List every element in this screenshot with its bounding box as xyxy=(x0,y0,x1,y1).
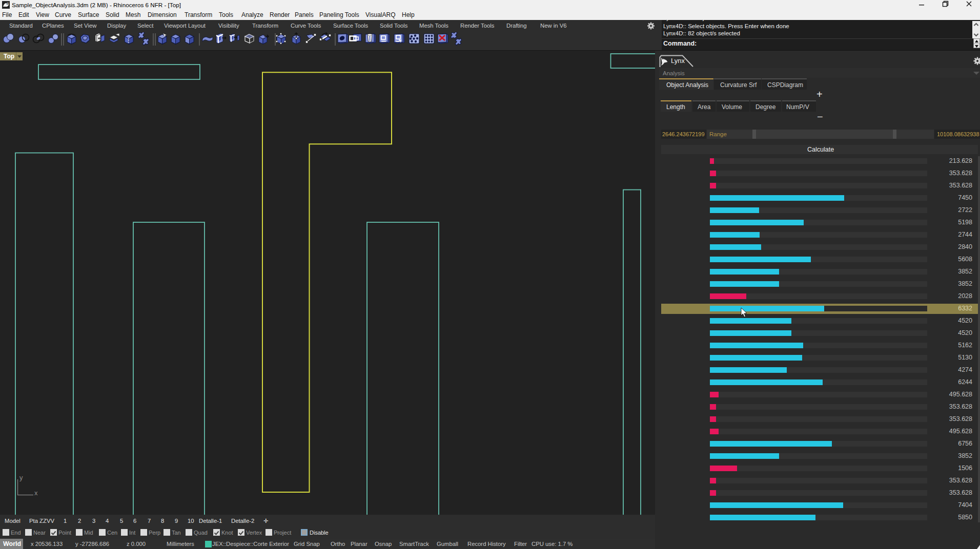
svg-text:y: y xyxy=(19,474,23,481)
svg-text:x: x xyxy=(34,489,38,497)
